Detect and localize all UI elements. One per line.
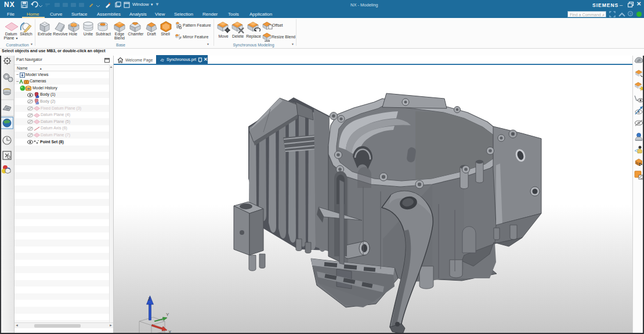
svg-text:Z: Z [148, 296, 151, 302]
svg-text:Y: Y [166, 312, 169, 317]
